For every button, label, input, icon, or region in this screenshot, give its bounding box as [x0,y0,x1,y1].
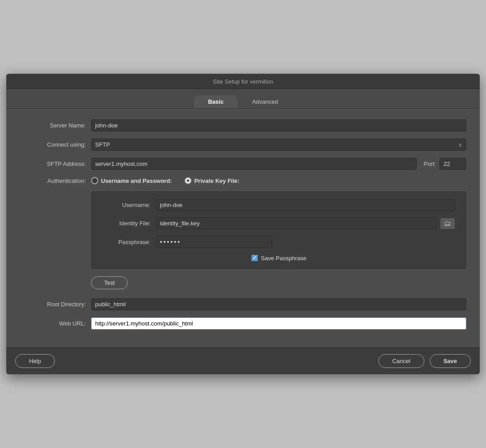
authentication-row: Authentication: Username and Password: P… [20,177,466,184]
connect-using-row: Connect using: SFTP FTP FTPS WebDAV ∨ [20,139,466,151]
test-button[interactable]: Test [91,276,128,289]
connect-using-select[interactable]: SFTP FTP FTPS WebDAV [91,139,466,151]
web-url-input[interactable] [91,317,466,330]
identity-file-input[interactable] [156,217,436,229]
tab-bar: Basic Advanced [6,89,480,108]
save-passphrase-checkbox[interactable]: Save Passphrase [251,254,306,262]
test-row: Test [20,276,466,289]
port-label: Port: [424,161,436,167]
identity-file-wrapper: 🗂 [156,217,455,229]
port-input[interactable] [440,158,466,170]
server-name-input[interactable] [91,119,466,131]
auth-username-label: Username and Password: [101,178,172,184]
passphrase-row: Passphrase: [102,236,455,248]
auth-privatekey-label: Private Key File: [194,178,239,184]
radio-username-circle [91,177,98,184]
sftp-address-label: SFTP Address: [20,161,91,167]
server-name-label: Server Name: [20,122,91,129]
checkbox-icon [251,254,258,262]
auth-options: Username and Password: Private Key File: [91,177,239,184]
web-url-row: Web URL: [20,317,466,330]
save-button[interactable]: Save [430,354,471,368]
auth-radio-privatekey[interactable]: Private Key File: [184,177,239,184]
bottom-right-buttons: Cancel Save [378,354,471,368]
tab-advanced[interactable]: Advanced [238,95,292,108]
connect-using-label: Connect using: [20,141,91,148]
web-url-label: Web URL: [20,320,91,327]
authentication-label: Authentication: [20,178,91,184]
root-directory-label: Root Directory: [20,301,91,308]
username-row: Username: [102,199,455,211]
radio-privatekey-circle [184,177,192,184]
save-passphrase-row: Save Passphrase [102,254,455,262]
server-name-row: Server Name: [20,119,466,131]
auth-details-box: Username: Identity File: 🗂 Passphrase: [91,191,466,269]
main-window: Site Setup for vermilion Basic Advanced … [6,74,480,374]
save-passphrase-label: Save Passphrase [261,255,306,262]
root-directory-row: Root Directory: [20,298,466,310]
identity-file-row: Identity File: 🗂 [102,217,455,229]
identity-file-label: Identity File: [102,220,156,227]
connect-using-wrapper: SFTP FTP FTPS WebDAV ∨ [91,139,466,151]
passphrase-label: Passphrase: [102,239,156,245]
sftp-address-input[interactable] [91,158,417,170]
title-bar: Site Setup for vermilion [6,74,480,89]
browse-button[interactable]: 🗂 [440,218,455,229]
auth-radio-username[interactable]: Username and Password: [91,177,172,184]
tab-basic[interactable]: Basic [194,95,238,108]
help-button[interactable]: Help [15,354,55,368]
cancel-button[interactable]: Cancel [378,354,424,368]
window-title: Site Setup for vermilion [213,78,273,85]
bottom-bar: Help Cancel Save [6,347,480,374]
form-content: Server Name: Connect using: SFTP FTP FTP… [6,108,480,347]
username-input[interactable] [156,199,455,211]
passphrase-input[interactable] [156,236,272,248]
sftp-address-row: SFTP Address: Port: [20,158,466,170]
username-label: Username: [102,202,156,208]
root-directory-input[interactable] [91,298,466,310]
